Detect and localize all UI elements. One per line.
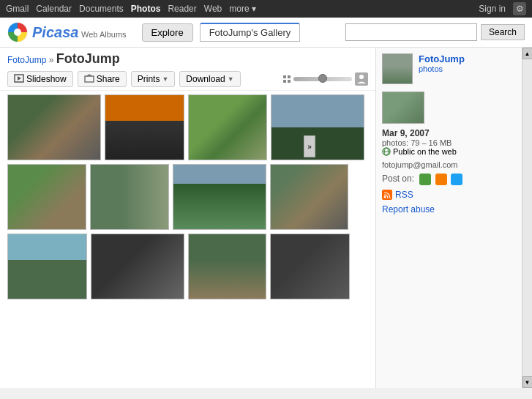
download-button[interactable]: Download ▼ — [179, 71, 240, 87]
rss-link[interactable]: RSS — [382, 190, 516, 200]
toolbar: Slideshow Share Prints ▼ Download ▼ — [0, 68, 375, 91]
gallery-tab[interactable]: FotoJump's Gallery — [200, 23, 301, 42]
svg-rect-4 — [85, 76, 94, 82]
buzz-icon[interactable] — [419, 174, 431, 185]
post-on-section: Post on: — [382, 174, 516, 185]
explore-tab[interactable]: Explore — [142, 23, 193, 42]
nav-reader[interactable]: Reader — [168, 4, 196, 14]
logo-wordmark: Picasa Web Albums — [32, 24, 127, 41]
nav-gmail[interactable]: Gmail — [6, 4, 29, 14]
report-abuse-link[interactable]: Report abuse — [382, 204, 516, 215]
breadcrumb-bar: FotoJump » FotoJump — [0, 48, 375, 68]
album-meta: photos: 79 – 16 MB — [382, 138, 516, 147]
twitter-icon[interactable] — [451, 174, 462, 185]
photo-thumb-1[interactable] — [7, 94, 101, 160]
nav-web[interactable]: Web — [204, 4, 222, 14]
main-content: FotoJump » FotoJump Slideshow — [0, 48, 532, 388]
grid-small-icon — [283, 75, 291, 83]
album-thumbnail[interactable] — [382, 92, 424, 124]
scroll-down-button[interactable]: ▼ — [522, 376, 533, 388]
album-date: Mar 9, 2007 — [382, 128, 516, 138]
share-button[interactable]: Share — [78, 71, 127, 87]
photo-thumb-10[interactable] — [91, 234, 184, 299]
user-avatar — [382, 53, 413, 84]
slideshow-button[interactable]: Slideshow — [7, 71, 73, 87]
people-filter-icon[interactable] — [355, 72, 368, 86]
share-label: Share — [97, 74, 120, 84]
photo-grid — [0, 91, 375, 303]
photo-thumb-2[interactable] — [105, 94, 184, 160]
email-info: fotojump@gmail.com — [382, 160, 516, 169]
size-slider[interactable] — [293, 77, 352, 81]
photo-thumb-9[interactable] — [7, 234, 87, 299]
search-area: Search — [345, 23, 525, 41]
size-slider-area — [283, 72, 368, 86]
user-profile: FotoJump photos — [382, 53, 516, 84]
nav-photos[interactable]: Photos — [131, 4, 161, 14]
svg-rect-6 — [288, 75, 291, 78]
prints-dropdown-arrow: ▼ — [162, 75, 168, 83]
left-content: FotoJump » FotoJump Slideshow — [0, 48, 375, 388]
blogger-icon[interactable] — [435, 174, 447, 185]
nav-calendar[interactable]: Calendar — [36, 4, 72, 14]
vertical-scrollbar[interactable]: ▲ ▼ — [522, 48, 532, 388]
breadcrumb-user-link[interactable]: FotoJump — [7, 55, 46, 65]
sign-in-link[interactable]: Sign in — [479, 4, 506, 14]
scroll-up-button[interactable]: ▲ — [522, 48, 533, 59]
user-info: FotoJump photos — [419, 53, 465, 73]
globe-icon — [382, 147, 391, 156]
header: Picasa Web Albums Explore FotoJump's Gal… — [0, 18, 532, 48]
nav-documents[interactable]: Documents — [79, 4, 124, 14]
picasa-logo-icon — [7, 22, 28, 42]
download-dropdown-arrow: ▼ — [228, 75, 234, 83]
user-photos-link[interactable]: photos — [419, 64, 465, 73]
photo-thumb-8[interactable] — [270, 164, 348, 230]
svg-point-13 — [384, 196, 386, 198]
user-name-link[interactable]: FotoJump — [419, 53, 465, 64]
svg-point-9 — [359, 75, 364, 79]
prints-label: Prints — [138, 74, 160, 84]
download-label: Download — [186, 74, 225, 84]
slideshow-label: Slideshow — [26, 74, 67, 84]
logo-text: Picasa — [32, 24, 78, 40]
album-public-status: Public on the web — [382, 147, 516, 156]
rss-icon — [382, 190, 392, 200]
public-label: Public on the web — [393, 147, 457, 156]
settings-gear-icon[interactable]: ⚙ — [513, 2, 526, 15]
photo-thumb-3[interactable] — [188, 94, 267, 160]
photo-thumb-12[interactable] — [270, 234, 350, 299]
photo-thumb-6[interactable] — [90, 164, 169, 230]
photo-thumb-7[interactable] — [173, 164, 266, 230]
photo-thumb-4[interactable] — [271, 94, 364, 160]
photo-thumb-11[interactable] — [188, 234, 266, 299]
photo-thumb-5[interactable] — [7, 164, 86, 230]
share-icon — [84, 74, 94, 84]
nav-more[interactable]: more ▾ — [229, 4, 256, 14]
expand-sidebar-arrow[interactable]: » — [304, 135, 315, 157]
breadcrumb-separator: » — [49, 55, 54, 65]
svg-rect-5 — [283, 75, 286, 78]
photo-panel: FotoJump » FotoJump Slideshow — [0, 48, 375, 303]
logo-subtitle: Web Albums — [81, 30, 127, 39]
right-sidebar: FotoJump photos Mar 9, 2007 photos: 79 –… — [375, 48, 522, 388]
prints-button[interactable]: Prints ▼ — [131, 71, 176, 87]
search-input[interactable] — [345, 23, 477, 41]
page-title: FotoJump — [56, 51, 120, 66]
svg-point-1 — [14, 29, 21, 36]
top-navigation: Gmail Calendar Documents Photos Reader W… — [0, 0, 532, 18]
svg-rect-7 — [283, 80, 286, 83]
svg-rect-8 — [288, 80, 291, 83]
search-button[interactable]: Search — [481, 24, 525, 40]
logo-area: Picasa Web Albums Explore FotoJump's Gal… — [7, 22, 345, 42]
svg-marker-3 — [18, 76, 21, 81]
slideshow-icon — [14, 74, 24, 84]
rss-text[interactable]: RSS — [395, 190, 413, 200]
post-on-label: Post on: — [382, 174, 414, 184]
